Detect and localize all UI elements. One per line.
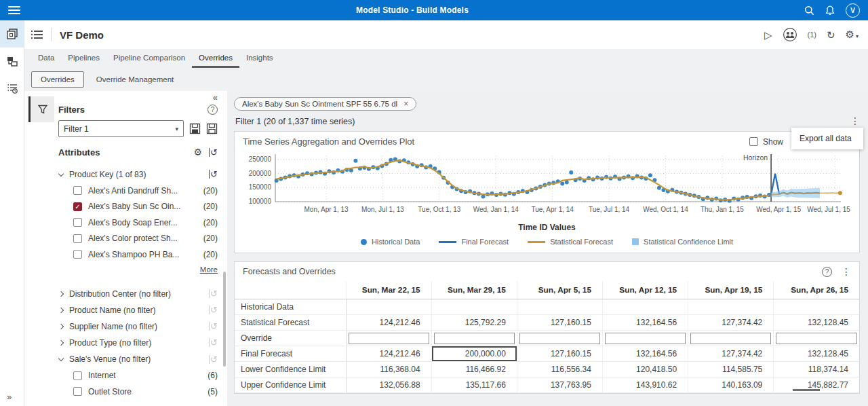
save-as-filter-icon[interactable] — [206, 123, 218, 134]
rail-item-exceptions[interactable] — [0, 75, 24, 102]
collapse-panel-icon[interactable]: « — [58, 92, 218, 103]
table-cell[interactable] — [774, 299, 859, 315]
table-cell[interactable]: 125,792.29 — [431, 315, 517, 331]
top-app-bar: Model Studio - Build Models V — [0, 0, 868, 20]
override-input[interactable] — [690, 333, 771, 344]
attribute-group-header[interactable]: Product Key (1 of 83)↺ — [58, 166, 218, 183]
attribute-group-header[interactable]: Product Type (no filter)↺ — [58, 335, 218, 351]
table-cell[interactable]: 118,374.14 — [774, 362, 859, 377]
table-cell[interactable]: 137,763.95 — [517, 377, 602, 393]
table-cell[interactable]: 116,368.04 — [346, 362, 431, 377]
table-cell[interactable]: 132,164.56 — [602, 315, 688, 331]
search-icon[interactable] — [804, 5, 814, 16]
table-cell[interactable] — [346, 299, 431, 315]
override-input[interactable] — [434, 333, 515, 344]
override-input[interactable] — [519, 333, 600, 344]
table-cell[interactable]: 132,128.45 — [774, 315, 859, 331]
tab-data[interactable]: Data — [31, 50, 61, 68]
hamburger-menu-icon[interactable] — [8, 6, 20, 14]
tab-insights[interactable]: Insights — [239, 50, 280, 68]
override-input[interactable] — [349, 333, 429, 344]
table-cell[interactable]: 132,056.88 — [346, 377, 431, 393]
value-checkbox[interactable] — [73, 387, 82, 396]
filter-panel: « Filters ? Filter 1 ▾ — [24, 91, 227, 406]
more-link[interactable]: More — [200, 265, 218, 274]
collaborators-icon[interactable] — [783, 27, 797, 42]
group-reset-icon[interactable]: ↺ — [209, 322, 218, 331]
group-reset-icon[interactable]: ↺ — [209, 338, 218, 347]
attribute-group-header[interactable]: Supplier Name (no filter)↺ — [58, 318, 218, 335]
refresh-icon[interactable]: ↻ — [827, 30, 835, 40]
table-cell[interactable]: 124,212.46 — [346, 315, 431, 331]
table-cell[interactable]: 143,910.62 — [602, 377, 688, 393]
selected-cell[interactable]: 200,000.00 — [431, 346, 517, 362]
tab-overrides[interactable]: Overrides — [192, 50, 239, 68]
group-reset-icon[interactable]: ↺ — [209, 306, 218, 314]
group-reset-icon[interactable]: ↺ — [209, 289, 218, 298]
filters-help-icon[interactable]: ? — [208, 105, 218, 115]
row-label: Upper Confidence Limit — [235, 377, 346, 393]
table-horizontal-scrollbar[interactable] — [793, 389, 820, 391]
table-cell[interactable]: 116,556.34 — [517, 362, 602, 377]
override-input[interactable] — [776, 333, 857, 344]
table-cell[interactable] — [688, 299, 774, 315]
expand-rail-icon[interactable]: » — [7, 392, 12, 402]
value-checkbox[interactable] — [73, 371, 82, 380]
table-cell[interactable]: 135,117.66 — [431, 377, 517, 393]
menu-item-export-all-data[interactable]: Export all data — [800, 134, 852, 143]
attribute-group-header[interactable]: Sale's Venue (no filter)↺ — [58, 351, 218, 368]
legend-item[interactable]: Statistical Forecast — [528, 238, 613, 246]
table-cell[interactable]: 140,163.09 — [688, 377, 774, 393]
attribute-group-header[interactable]: Distribution Center (no filter)↺ — [58, 286, 218, 302]
value-count: (5) — [208, 387, 218, 396]
table-cell[interactable]: 114,585.75 — [688, 362, 774, 377]
table-cell[interactable] — [431, 299, 517, 315]
legend-item[interactable]: Historical Data — [361, 238, 420, 246]
table-cell[interactable]: 127,160.15 — [517, 315, 602, 331]
table-cell[interactable]: 127,374.42 — [688, 315, 774, 331]
rail-item-pipelines[interactable] — [0, 48, 24, 75]
show-checkbox[interactable] — [749, 137, 758, 146]
subtab-override-management[interactable]: Override Management — [96, 75, 174, 84]
user-avatar[interactable]: V — [846, 3, 860, 18]
attributes-reset-icon[interactable]: ↺ — [209, 148, 218, 157]
value-checkbox[interactable] — [73, 234, 82, 243]
value-checkbox[interactable] — [73, 186, 82, 195]
filter-tool-button[interactable] — [28, 96, 54, 122]
table-cell[interactable]: 132,128.45 — [774, 346, 859, 362]
tab-pipeline-comparison[interactable]: Pipeline Comparison — [106, 50, 192, 68]
run-pipeline-icon[interactable]: ▷ — [764, 30, 772, 40]
bell-icon[interactable] — [825, 5, 835, 16]
group-reset-icon[interactable]: ↺ — [209, 170, 218, 179]
filter-select[interactable]: Filter 1 ▾ — [58, 120, 184, 137]
table-cell[interactable]: 124,212.46 — [346, 346, 431, 362]
save-filter-icon[interactable] — [189, 123, 201, 134]
table-cell[interactable] — [517, 299, 602, 315]
table-cell[interactable]: 120,418.50 — [602, 362, 688, 377]
rail-item-build-models[interactable] — [0, 20, 24, 48]
project-list-icon[interactable] — [34, 31, 43, 39]
value-checkbox[interactable]: ✓ — [73, 202, 82, 211]
legend-item[interactable]: Statistical Confidence Limit — [632, 238, 733, 246]
table-cell[interactable]: 132,164.56 — [602, 346, 688, 362]
chip-close-icon[interactable]: × — [403, 100, 408, 108]
table-cell[interactable]: 116,466.92 — [431, 362, 517, 377]
value-checkbox[interactable] — [73, 218, 82, 227]
legend-item[interactable]: Final Forecast — [439, 238, 509, 246]
table-cell[interactable]: 127,374.42 — [688, 346, 774, 362]
attribute-group-header[interactable]: Product Name (no filter)↺ — [58, 302, 218, 318]
settings-menu[interactable]: ⚙▾ — [846, 29, 859, 41]
group-reset-icon[interactable]: ↺ — [209, 355, 218, 364]
tab-pipelines[interactable]: Pipelines — [61, 50, 106, 68]
override-input[interactable] — [605, 333, 686, 344]
table-cell[interactable]: 127,160.15 — [517, 346, 602, 362]
subtab-overrides[interactable]: Overrides — [31, 71, 84, 88]
filter-summary-overflow-icon[interactable]: ⋮ — [850, 115, 860, 126]
filter-panel-scrollbar[interactable] — [223, 272, 226, 367]
value-checkbox[interactable] — [73, 250, 82, 259]
forecasts-help-icon[interactable]: ? — [822, 267, 832, 277]
forecasts-overflow-icon[interactable]: ⋮ — [842, 266, 851, 277]
selected-series-chip[interactable]: Alex's Baby Sun Sc Ointment SPF 55 6.75 … — [234, 97, 416, 111]
attributes-settings-icon[interactable]: ⚙ — [194, 147, 203, 158]
table-cell[interactable] — [602, 299, 688, 315]
